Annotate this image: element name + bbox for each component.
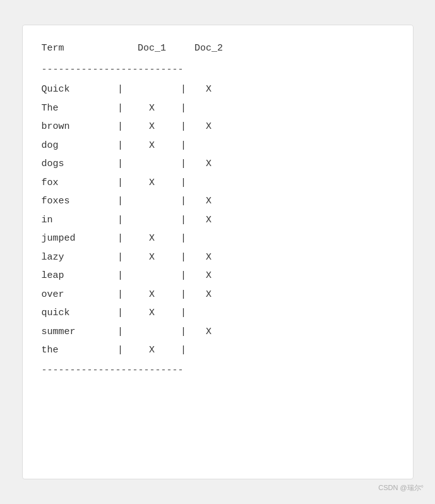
cell-doc1: X [130,138,174,154]
cell-sep2: | [174,212,193,229]
cell-sep2: | [174,287,193,303]
cell-term: fox [42,175,111,191]
cell-doc1 [130,212,174,229]
cell-sep2: | [174,81,193,98]
cell-term: dogs [42,156,111,172]
cell-term: summer [42,324,111,340]
cell-sep1: | [111,119,130,135]
cell-doc1 [130,193,174,210]
table-row: over|X|X [42,285,394,304]
header-term: Term [42,40,111,57]
table-row: The|X| [42,99,394,118]
cell-doc1: X [130,305,174,321]
bottom-divider: ------------------------- [42,360,394,381]
cell-doc1 [130,324,174,340]
table-row: Quick||X [42,80,394,99]
header-doc1: Doc_1 [130,40,174,57]
table-row: leap||X [42,267,394,285]
cell-sep1: | [111,81,130,98]
header-sep2 [174,40,193,57]
cell-term: lazy [42,249,111,266]
cell-doc2: X [193,119,225,135]
table-row: the|X| [42,341,394,360]
cell-term: in [42,212,111,229]
table-row: quick|X| [42,304,394,323]
cell-term: over [42,287,111,303]
cell-doc1: X [130,231,174,247]
cell-doc1 [130,268,174,284]
cell-sep1: | [111,324,130,340]
table-row: summer||X [42,323,394,342]
cell-sep1: | [111,287,130,303]
cell-sep2: | [174,268,193,284]
header-doc2: Doc_2 [193,40,225,57]
cell-sep2: | [174,156,193,172]
cell-sep1: | [111,100,130,117]
cell-sep2: | [174,249,193,266]
cell-doc2 [193,175,225,191]
cell-sep2: | [174,342,193,359]
table-row: fox|X| [42,174,394,193]
cell-doc1 [130,156,174,172]
cell-sep1: | [111,305,130,321]
table-row: brown|X|X [42,117,394,136]
cell-doc1: X [130,119,174,135]
cell-sep2: | [174,231,193,247]
cell-sep1: | [111,212,130,229]
top-divider: ------------------------- [42,59,394,81]
cell-term: Quick [42,81,111,98]
cell-term: quick [42,305,111,321]
cell-doc2 [193,342,225,359]
cell-doc1 [130,81,174,98]
cell-sep2: | [174,324,193,340]
table-row: dogs||X [42,155,394,174]
cell-doc2: X [193,324,225,340]
cell-doc2: X [193,212,225,229]
cell-sep2: | [174,193,193,210]
cell-doc2 [193,100,225,117]
cell-doc2 [193,231,225,247]
cell-term: foxes [42,193,111,210]
cell-doc1: X [130,342,174,359]
table-row: in||X [42,211,394,230]
cell-sep2: | [174,100,193,117]
cell-doc1: X [130,175,174,191]
cell-sep2: | [174,119,193,135]
watermark: CSDN @瑞尔° [378,483,424,493]
cell-sep1: | [111,268,130,284]
table-row: foxes||X [42,192,394,211]
cell-sep1: | [111,342,130,359]
cell-doc2: X [193,287,225,303]
header-sep1 [111,40,130,57]
cell-sep2: | [174,138,193,154]
cell-sep1: | [111,138,130,154]
cell-sep2: | [174,175,193,191]
cell-sep1: | [111,193,130,210]
cell-sep1: | [111,175,130,191]
table-row: dog|X| [42,136,394,155]
cell-doc1: X [130,287,174,303]
cell-term: jumped [42,231,111,247]
term-table: Term Doc_1 Doc_2 -----------------------… [42,38,394,381]
cell-term: dog [42,138,111,154]
table-row: jumped|X| [42,229,394,248]
cell-doc2 [193,138,225,154]
cell-doc2: X [193,193,225,210]
cell-doc2: X [193,156,225,172]
cell-doc2: X [193,268,225,284]
cell-doc2 [193,305,225,321]
cell-term: the [42,342,111,359]
main-container: Term Doc_1 Doc_2 -----------------------… [22,25,414,479]
cell-sep1: | [111,249,130,266]
cell-sep1: | [111,156,130,172]
cell-sep2: | [174,305,193,321]
cell-term: brown [42,119,111,135]
cell-sep1: | [111,231,130,247]
table-header: Term Doc_1 Doc_2 [42,38,394,59]
table-body: Quick||XThe|X|brown|X|Xdog|X|dogs||Xfox|… [42,80,394,360]
cell-doc1: X [130,249,174,266]
cell-term: leap [42,268,111,284]
cell-term: The [42,100,111,117]
cell-doc2: X [193,249,225,266]
cell-doc2: X [193,81,225,98]
